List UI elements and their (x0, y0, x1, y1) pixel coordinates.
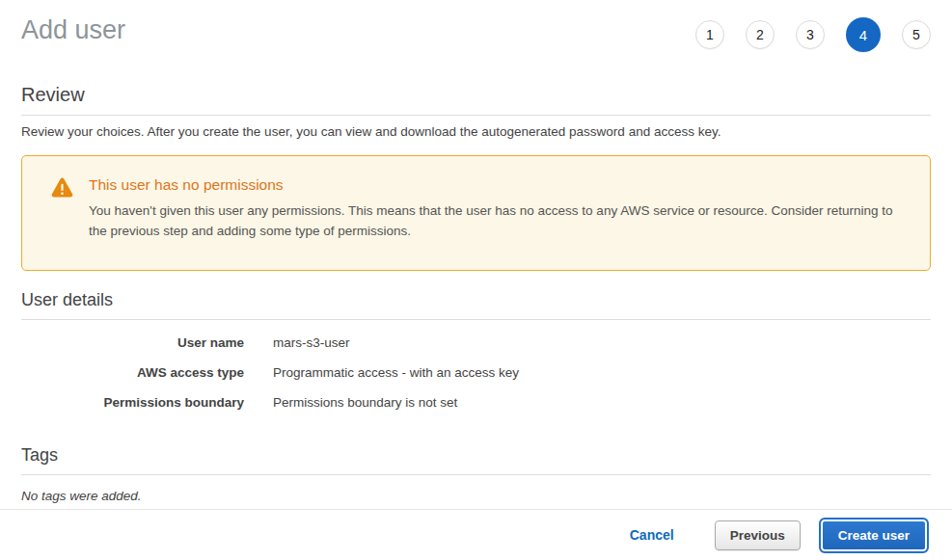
warning-triangle-icon (51, 177, 73, 200)
review-heading: Review (21, 84, 931, 116)
permissions-boundary-label: Permissions boundary (21, 394, 244, 412)
user-details-heading: User details (21, 290, 931, 320)
wizard-page: Add user 1 2 3 4 5 Review Review your ch… (0, 0, 952, 503)
step-indicator: 1 2 3 4 5 (695, 14, 931, 53)
user-details-list: User name mars-s3-user AWS access type P… (21, 334, 931, 412)
previous-button[interactable]: Previous (715, 520, 801, 550)
detail-row-aws-access-type: AWS access type Programmatic access - wi… (21, 364, 931, 382)
step-4-active: 4 (846, 17, 881, 52)
user-name-label: User name (21, 334, 244, 352)
cancel-link[interactable]: Cancel (630, 527, 674, 543)
step-3: 3 (796, 20, 825, 49)
step-1: 1 (695, 20, 724, 49)
warning-body: You haven't given this user any permissi… (89, 200, 911, 241)
tags-empty-text: No tags were added. (21, 489, 931, 503)
step-2: 2 (746, 20, 775, 49)
review-section: Review Review your choices. After you cr… (21, 84, 931, 139)
permissions-boundary-value: Permissions boundary is not set (273, 394, 457, 412)
page-header: Add user 1 2 3 4 5 (21, 0, 931, 53)
footer-action-bar: Cancel Previous Create user (0, 509, 952, 560)
aws-access-type-value: Programmatic access - with an access key (273, 364, 519, 382)
review-description: Review your choices. After you create th… (21, 124, 931, 139)
warning-text-block: This user has no permissions You haven't… (89, 176, 911, 241)
page-title: Add user (21, 14, 125, 45)
no-permissions-warning-banner: This user has no permissions You haven't… (21, 155, 931, 271)
warning-title: This user has no permissions (89, 176, 911, 194)
step-5: 5 (902, 20, 931, 49)
user-details-section: User details User name mars-s3-user AWS … (21, 290, 931, 412)
user-name-value: mars-s3-user (273, 334, 350, 352)
aws-access-type-label: AWS access type (21, 364, 244, 382)
detail-row-permissions-boundary: Permissions boundary Permissions boundar… (21, 394, 931, 412)
tags-heading: Tags (21, 445, 931, 475)
create-user-button[interactable]: Create user (819, 518, 929, 553)
tags-section: Tags No tags were added. (21, 445, 931, 503)
detail-row-user-name: User name mars-s3-user (21, 334, 931, 352)
